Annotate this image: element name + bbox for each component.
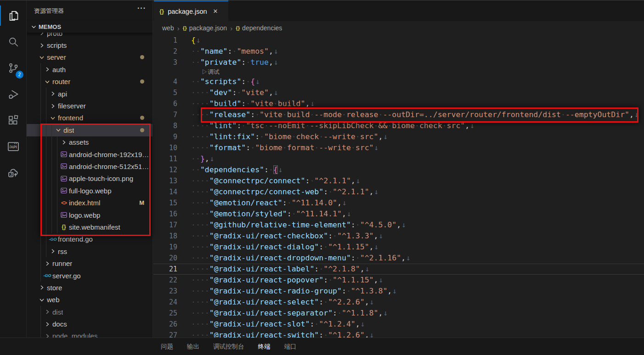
- project-section-label: MEMOS: [39, 23, 61, 30]
- tree-folder-docs[interactable]: docs: [27, 318, 153, 330]
- code-token: ,: [374, 276, 378, 284]
- whitespace-dot: ·: [191, 298, 196, 306]
- whitespace-dot: ·: [310, 176, 314, 185]
- tree-folder-rss[interactable]: rss: [27, 245, 153, 257]
- whitespace-dot: ·: [196, 143, 200, 152]
- tree-file-index-html[interactable]: <>index.htmlM: [27, 197, 153, 208]
- source-control-icon[interactable]: 2: [0, 55, 27, 81]
- modified-badge: M: [139, 199, 144, 206]
- code-token: "@radix-ui/react-label": [209, 265, 315, 273]
- tree-file-server-go[interactable]: -GOserver.go: [27, 270, 153, 282]
- tree-folder-router[interactable]: router: [27, 76, 153, 88]
- breadcrumb-item-web[interactable]: web: [162, 24, 174, 32]
- code-token: "@radix-ui/react-select": [209, 298, 319, 306]
- project-section-header[interactable]: MEMOS: [27, 21, 153, 33]
- code-token: :·: [241, 58, 250, 67]
- tree-folder-web[interactable]: web: [27, 294, 153, 306]
- tree-file-frontend-go[interactable]: -GOfrontend.go: [27, 233, 153, 245]
- chevron-right-icon: [43, 309, 51, 315]
- whitespace-dot: ·: [200, 198, 205, 207]
- code-editor[interactable]: 1{↓2··"name":·"memos",↓3··"private":·tru…: [153, 35, 644, 338]
- code-line-text: ····"@radix-ui/react-dialog":·"^1.1.15",…: [191, 242, 378, 253]
- whitespace-dot: ·: [200, 121, 205, 130]
- whitespace-dot: ·: [337, 309, 342, 317]
- tree-folder-api[interactable]: api: [27, 88, 153, 100]
- tree-folder-server[interactable]: server: [27, 51, 153, 63]
- code-token: ····: [191, 220, 209, 229]
- svg-text:/API: /API: [10, 145, 17, 149]
- code-line-text: ····"@radix-ui/react-switch":·"^1.2.6",↓: [191, 330, 374, 338]
- panel-tab-调试控制台[interactable]: 调试控制台: [212, 338, 245, 355]
- tree-file-android-chrome-512x512-[interactable]: android-chrome-512x512....: [27, 160, 153, 172]
- tree-folder-dist[interactable]: dist: [27, 124, 153, 136]
- whitespace-dot: ·: [346, 287, 351, 295]
- tab-package-json[interactable]: {} package.json ✕: [154, 0, 228, 21]
- breadcrumb: web›{}package.json›{}dependencies: [153, 21, 644, 35]
- indent-guide: [51, 221, 52, 233]
- tree-item-label: apple-touch-icon.png: [69, 175, 133, 182]
- code-token: ,: [465, 121, 469, 130]
- whitespace-dot: ·: [282, 143, 287, 152]
- tree-folder-store[interactable]: store: [27, 282, 153, 293]
- tree-folder-fileserver[interactable]: fileserver: [27, 100, 153, 112]
- code-token: :·: [264, 165, 273, 174]
- tree-file-logo-webp[interactable]: logo.webp: [27, 209, 153, 221]
- eol-mark: ↓: [470, 121, 475, 130]
- breadcrumb-item-dependencies[interactable]: {}dependencies: [236, 24, 282, 32]
- line-number: 4: [153, 76, 177, 87]
- image-file-icon: [60, 163, 68, 169]
- breadcrumb-item-package-json[interactable]: {}package.json: [183, 24, 227, 32]
- explorer-icon[interactable]: [0, 3, 27, 28]
- tree-file-apple-touch-icon-png[interactable]: apple-touch-icon.png: [27, 173, 153, 185]
- whitespace-dot: ·: [323, 331, 328, 338]
- tree-item-label: android-chrome-512x512....: [69, 163, 153, 170]
- panel-tab-终端[interactable]: 终端: [257, 338, 271, 355]
- whitespace-dot: ·: [191, 209, 196, 218]
- code-line-24: 24····"@radix-ui/react-select":·"^2.2.6"…: [153, 297, 644, 308]
- api-client-icon[interactable]: /API: [0, 134, 27, 159]
- code-token: ····: [191, 143, 209, 152]
- code-token: :·: [287, 209, 296, 218]
- breadcrumb-label: package.json: [189, 24, 227, 32]
- whitespace-dot: ·: [319, 132, 323, 141]
- whitespace-dot: ·: [200, 298, 205, 306]
- whitespace-dot: ·: [356, 220, 360, 229]
- run-debug-icon[interactable]: [0, 81, 27, 107]
- code-token: :·: [305, 176, 314, 185]
- tree-file-android-chrome-192x192-[interactable]: android-chrome-192x192....: [27, 148, 153, 160]
- indent-guide: [46, 173, 46, 185]
- whitespace-dot: ·: [333, 231, 337, 240]
- more-actions-icon[interactable]: ···: [137, 4, 146, 12]
- code-token: ,: [269, 47, 273, 56]
- whitespace-dot: ·: [205, 176, 209, 185]
- panel-tab-问题[interactable]: 问题: [160, 338, 174, 355]
- tree-folder-dist[interactable]: dist: [27, 306, 153, 318]
- tree-folder-scripts[interactable]: scripts: [27, 39, 153, 51]
- tree-item-label: server.go: [52, 272, 81, 280]
- tree-folder-assets[interactable]: assets: [27, 136, 153, 148]
- indent-guide: [46, 245, 46, 257]
- tree-file-full-logo-webp[interactable]: full-logo.webp: [27, 185, 153, 197]
- tree-folder-auth[interactable]: auth: [27, 63, 153, 75]
- eol-mark: ↓: [383, 132, 388, 141]
- codelens-debug[interactable]: ▷调试: [153, 68, 644, 76]
- whitespace-dot: ·: [191, 309, 196, 317]
- extensions-icon[interactable]: [0, 107, 27, 133]
- whitespace-dot: ·: [200, 254, 205, 262]
- close-icon[interactable]: ✕: [212, 7, 220, 16]
- tree-item-label: server: [47, 53, 66, 61]
- panel-tab-输出[interactable]: 输出: [186, 338, 200, 355]
- panel-tab-端口[interactable]: 端口: [283, 338, 298, 355]
- tree-folder-frontend[interactable]: frontend: [27, 112, 153, 124]
- tree-folder-runner[interactable]: runner: [27, 257, 153, 269]
- search-icon[interactable]: [0, 29, 27, 55]
- chevron-right-icon: [43, 67, 51, 72]
- line-number: 19: [153, 242, 177, 253]
- whitespace-dot: ·: [200, 209, 205, 218]
- tree-file-site-webmanifest[interactable]: {}site.webmanifest: [27, 221, 153, 233]
- cloud-upload-icon[interactable]: J: [0, 160, 27, 186]
- code-token: "@radix-ui/react-checkbox": [209, 231, 328, 240]
- eol-mark: ↓: [374, 187, 379, 196]
- whitespace-dot: ·: [205, 276, 209, 284]
- whitespace-dot: ·: [200, 287, 205, 295]
